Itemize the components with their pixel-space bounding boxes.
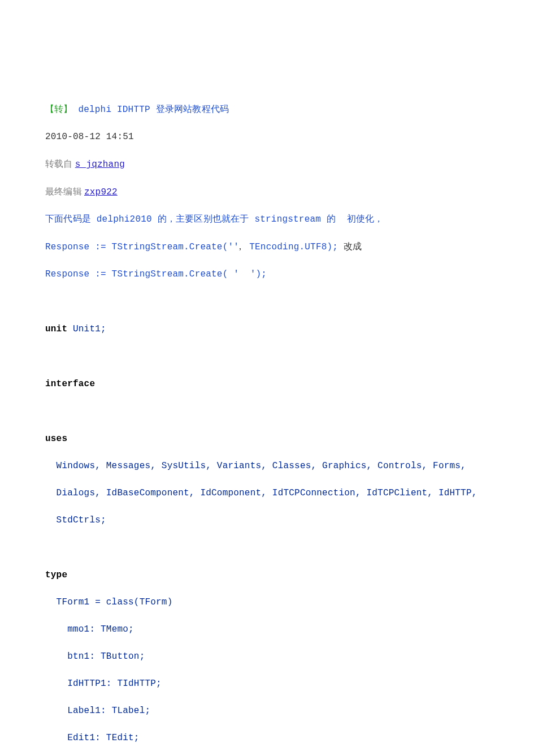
field-decl: mmo1: TMemo; — [45, 623, 489, 636]
unit-name: Unit1; — [67, 324, 106, 334]
uses-list: Dialogs, IdBaseComponent, IdComponent, I… — [45, 486, 489, 500]
class-open: TForm1 = class(TForm) — [45, 595, 489, 609]
edit-link[interactable]: zxp922 — [84, 187, 118, 197]
tag-bracket: 【转】 — [45, 105, 73, 115]
field-decl: Edit1: TEdit; — [45, 731, 489, 745]
field-decl: btn1: TButton; — [45, 650, 489, 663]
keyword-type: type — [45, 570, 67, 580]
code-text: 改成 — [344, 241, 362, 251]
keyword-interface: interface — [45, 379, 95, 389]
description-line: 下面代码是 delphi2010 的，主要区别也就在于 stringstream… — [45, 213, 489, 226]
field-decl: Label1: TLabel; — [45, 704, 489, 718]
code-text: Response := TStringStream.Create('' — [45, 242, 239, 252]
uses-list: StdCtrls; — [45, 513, 489, 527]
field-decl: IdHTTP1: TIdHTTP; — [45, 677, 489, 690]
code-text: TEncoding.UTF8); — [244, 242, 343, 252]
date-line: 2010-08-12 14:51 — [45, 130, 489, 144]
edit-label: 最终编辑 — [45, 187, 84, 196]
uses-list: Windows, Messages, SysUtils, Variants, C… — [45, 459, 489, 473]
keyword-uses: uses — [45, 434, 67, 444]
reprint-label: 转载自 — [45, 159, 75, 169]
code-text: Response := TStringStream.Create( ' '); — [45, 267, 489, 281]
reprint-link[interactable]: s_jqzhang — [75, 159, 125, 170]
page-title: delphi IDHTTP 登录网站教程代码 — [73, 105, 229, 115]
keyword-unit: unit — [45, 324, 67, 334]
